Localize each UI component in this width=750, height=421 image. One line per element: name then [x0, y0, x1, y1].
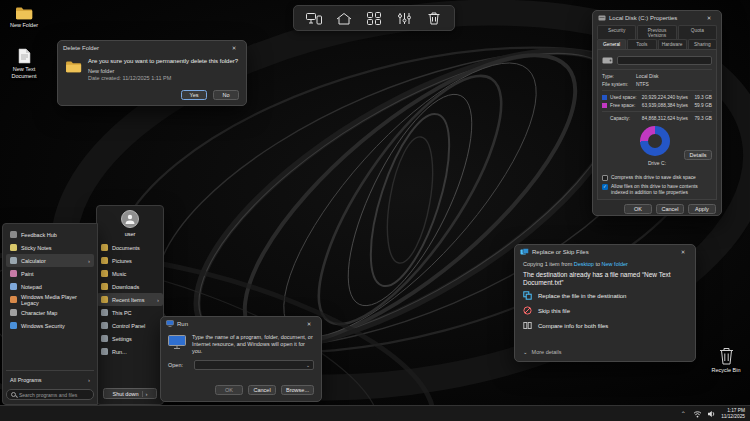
taskbar[interactable]: ⌃ 1:17 PM 11/12/2025 — [0, 405, 750, 421]
dialog-title: Run — [177, 321, 188, 327]
cancel-button[interactable]: Cancel — [248, 385, 276, 395]
sticky-notes-icon — [10, 244, 17, 251]
open-combobox[interactable]: ⌄ — [194, 360, 314, 370]
media-player-icon — [10, 296, 17, 303]
compress-label: Compress this drive to save disk space — [611, 175, 696, 181]
more-details-toggle[interactable]: ⌄ More details — [515, 349, 695, 361]
run-icon — [101, 348, 108, 355]
search-input[interactable] — [19, 392, 89, 398]
taskbar-clock[interactable]: 1:17 PM 11/12/2025 — [721, 408, 745, 419]
used-size: 19.3 GB — [688, 95, 712, 100]
start-menu-item-this-pc[interactable]: This PC — [97, 306, 163, 319]
skip-file-option[interactable]: Skip this file — [523, 306, 687, 315]
hidden-icons-chevron-icon[interactable]: ⌃ — [678, 410, 688, 417]
replace-dialog-titlebar[interactable]: Replace or Skip Files ✕ — [515, 245, 695, 258]
user-avatar[interactable] — [121, 210, 139, 228]
start-menu-item-music[interactable]: Music — [97, 267, 163, 280]
compress-checkbox[interactable] — [602, 175, 608, 181]
start-menu-search[interactable] — [6, 389, 94, 400]
copy-status-line: Copying 1 item from Desktop to New folde… — [515, 258, 695, 267]
trash-icon[interactable] — [424, 8, 444, 28]
dialog-title: Replace or Skip Files — [532, 249, 589, 255]
start-menu-item-downloads[interactable]: Downloads — [97, 280, 163, 293]
close-icon[interactable]: ✕ — [676, 246, 690, 257]
check-icon: ✓ — [603, 185, 607, 190]
run-description: Type the name of a program, folder, docu… — [192, 334, 314, 355]
start-menu-item-pictures[interactable]: Pictures — [97, 254, 163, 267]
tab-sharing[interactable]: Sharing — [688, 39, 717, 49]
delete-folder-dialog: Delete Folder ✕ Are you sure you want to… — [57, 40, 247, 106]
index-checkbox[interactable]: ✓ — [602, 184, 608, 190]
devices-icon[interactable] — [304, 8, 324, 28]
delete-dialog-titlebar[interactable]: Delete Folder ✕ — [58, 41, 246, 54]
open-input[interactable] — [195, 362, 303, 368]
tab-quota[interactable]: Quota — [678, 25, 717, 39]
replace-icon — [523, 291, 532, 300]
network-icon[interactable] — [693, 410, 702, 418]
run-window-icon — [166, 320, 174, 327]
start-menu-left-panel: Feedback Hub Sticky Notes Calculator› Pa… — [2, 223, 98, 405]
start-menu-item-windows-security[interactable]: Windows Security — [6, 319, 94, 332]
browse-button[interactable]: Browse... — [281, 385, 314, 395]
close-icon[interactable]: ✕ — [227, 42, 241, 53]
yes-button[interactable]: Yes — [181, 90, 207, 100]
disk-properties-titlebar[interactable]: Local Disk (C:) Properties ✕ — [593, 11, 721, 24]
start-menu-item-documents[interactable]: Documents — [97, 241, 163, 254]
drive-label: Drive C: — [602, 160, 712, 166]
compress-drive-option[interactable]: Compress this drive to save disk space — [602, 175, 712, 181]
delete-item-name: New folder — [88, 68, 238, 74]
tab-security[interactable]: Security — [597, 25, 636, 39]
free-space-swatch — [602, 103, 607, 108]
shutdown-button[interactable]: Shut down › — [103, 388, 157, 399]
tab-hardware[interactable]: Hardware — [658, 39, 687, 49]
start-menu-item-control-panel[interactable]: Control Panel — [97, 319, 163, 332]
tab-tools[interactable]: Tools — [627, 39, 656, 49]
tab-previous-versions[interactable]: Previous Versions — [637, 25, 676, 39]
start-menu-item-wmp-legacy[interactable]: Windows Media Player Legacy — [6, 293, 94, 306]
index-label: Allow files on this drive to have conten… — [611, 184, 712, 196]
start-menu-item-notepad[interactable]: Notepad — [6, 280, 94, 293]
close-icon[interactable]: ✕ — [302, 318, 316, 329]
compare-files-option[interactable]: Compare info for both files — [523, 321, 687, 330]
start-menu-item-recent-items[interactable]: Recent Items› — [97, 293, 163, 306]
top-dock — [293, 5, 455, 31]
close-icon[interactable]: ✕ — [702, 12, 716, 23]
start-menu-item-settings[interactable]: Settings — [97, 332, 163, 345]
index-contents-option[interactable]: ✓ Allow files on this drive to have cont… — [602, 184, 712, 196]
free-size: 59.9 GB — [688, 103, 712, 108]
start-menu-item-character-map[interactable]: Character Map — [6, 306, 94, 319]
drive-icon — [602, 55, 613, 66]
start-menu-item-paint[interactable]: Paint — [6, 267, 94, 280]
all-programs-button[interactable]: All Programs› — [6, 373, 94, 386]
delete-item-date: Date created: 11/12/2025 1:11 PM — [88, 75, 238, 81]
run-dialog-titlebar[interactable]: Run ✕ — [161, 317, 321, 330]
start-menu-item-feedback-hub[interactable]: Feedback Hub — [6, 228, 94, 241]
desktop-icon-new-folder[interactable]: New Folder — [2, 6, 46, 29]
replace-file-option[interactable]: Replace the file in the destination — [523, 291, 687, 300]
start-menu-item-run[interactable]: Run... — [97, 345, 163, 358]
ok-button[interactable]: OK — [624, 204, 652, 214]
mixer-icon[interactable] — [394, 8, 414, 28]
security-shield-icon — [10, 322, 17, 329]
pictures-icon — [101, 257, 108, 264]
desktop-icon-label: New Folder — [10, 22, 38, 29]
recycle-bin-icon[interactable]: Recycle Bin — [704, 346, 748, 374]
start-menu-item-sticky-notes[interactable]: Sticky Notes — [6, 241, 94, 254]
apps-icon[interactable] — [364, 8, 384, 28]
tab-general[interactable]: General — [597, 39, 626, 49]
chevron-down-icon[interactable]: ⌄ — [303, 362, 313, 368]
details-button[interactable]: Details — [684, 150, 712, 160]
user-name: user — [97, 231, 163, 237]
home-icon[interactable] — [334, 8, 354, 28]
cancel-button[interactable]: Cancel — [656, 204, 684, 214]
used-bytes: 20,929,224,240 bytes — [641, 95, 688, 100]
desktop-icon-new-text-document[interactable]: New Text Document — [2, 48, 46, 79]
volume-icon[interactable] — [707, 410, 716, 418]
ok-button[interactable]: OK — [215, 385, 243, 395]
start-menu-item-calculator[interactable]: Calculator› — [6, 254, 94, 267]
shutdown-options-arrow[interactable]: › — [142, 391, 148, 397]
no-button[interactable]: No — [213, 90, 239, 100]
drive-name-input[interactable] — [617, 56, 712, 65]
apply-button[interactable]: Apply — [688, 204, 716, 214]
submenu-arrow-icon: › — [157, 297, 159, 303]
